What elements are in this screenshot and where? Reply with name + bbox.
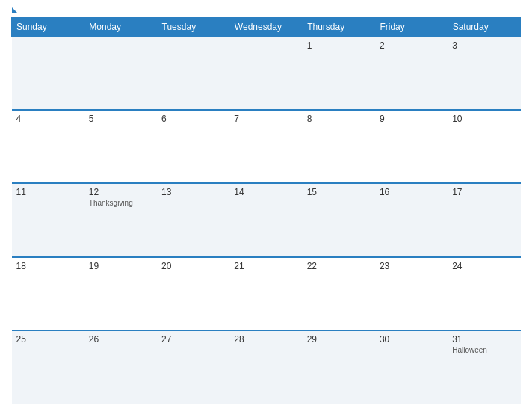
calendar-cell: 5	[84, 110, 157, 183]
calendar-cell: 26	[84, 330, 157, 404]
day-number: 18	[16, 261, 80, 271]
calendar-cell: 15	[303, 183, 375, 256]
day-number: 28	[234, 334, 297, 344]
weekday-friday: Friday	[375, 18, 448, 37]
day-number: 22	[307, 261, 371, 271]
calendar-cell	[84, 37, 157, 110]
weekday-sunday: Sunday	[12, 18, 84, 37]
calendar-cell: 30	[375, 330, 448, 404]
calendar-cell: 22	[303, 257, 375, 330]
calendar-week-4: 18192021222324	[12, 257, 521, 330]
day-number: 7	[234, 114, 297, 124]
calendar-cell: 27	[157, 330, 229, 404]
calendar-cell: 13	[157, 183, 229, 256]
calendar-week-2: 45678910	[12, 110, 521, 183]
calendar-week-5: 25262728293031Halloween	[12, 330, 521, 404]
calendar-page: Sunday Monday Tuesday Wednesday Thursday…	[0, 0, 532, 411]
calendar-cell: 23	[375, 257, 448, 330]
calendar-cell: 1	[303, 37, 375, 110]
weekday-saturday: Saturday	[448, 18, 520, 37]
day-number: 24	[452, 261, 516, 271]
day-number: 19	[89, 261, 152, 271]
calendar-cell: 24	[448, 257, 520, 330]
day-number: 9	[380, 114, 443, 124]
day-number: 31	[452, 334, 516, 344]
day-number: 4	[16, 114, 80, 124]
calendar-cell: 18	[12, 257, 84, 330]
calendar-week-3: 1112Thanksgiving1314151617	[12, 183, 521, 256]
calendar-cell: 8	[303, 110, 375, 183]
weekday-monday: Monday	[84, 18, 157, 37]
calendar-cell: 2	[375, 37, 448, 110]
calendar-cell: 3	[448, 37, 520, 110]
weekday-tuesday: Tuesday	[157, 18, 229, 37]
day-number: 14	[234, 187, 297, 197]
logo-triangle-icon	[12, 7, 17, 13]
day-number: 10	[452, 114, 516, 124]
day-number: 8	[307, 114, 371, 124]
day-number: 21	[234, 261, 297, 271]
calendar-cell: 31Halloween	[448, 330, 520, 404]
day-number: 17	[452, 187, 516, 197]
logo	[11, 7, 17, 13]
event-label: Halloween	[452, 346, 516, 354]
calendar-table: Sunday Monday Tuesday Wednesday Thursday…	[11, 17, 521, 404]
calendar-cell	[157, 37, 229, 110]
calendar-cell: 25	[12, 330, 84, 404]
calendar-cell: 14	[229, 183, 302, 256]
day-number: 25	[16, 334, 80, 344]
calendar-cell: 19	[84, 257, 157, 330]
calendar-cell: 10	[448, 110, 520, 183]
calendar-cell: 21	[229, 257, 302, 330]
event-label: Thanksgiving	[89, 199, 152, 207]
calendar-cell: 11	[12, 183, 84, 256]
weekday-wednesday: Wednesday	[229, 18, 302, 37]
calendar-cell: 7	[229, 110, 302, 183]
day-number: 29	[307, 334, 371, 344]
day-number: 15	[307, 187, 371, 197]
calendar-cell: 6	[157, 110, 229, 183]
weekday-thursday: Thursday	[303, 18, 375, 37]
calendar-cell	[12, 37, 84, 110]
day-number: 11	[16, 187, 80, 197]
calendar-cell: 29	[303, 330, 375, 404]
day-number: 26	[89, 334, 152, 344]
calendar-cell: 28	[229, 330, 302, 404]
day-number: 2	[380, 40, 443, 51]
calendar-cell	[229, 37, 302, 110]
day-number: 20	[161, 261, 225, 271]
calendar-week-1: 123	[12, 37, 521, 110]
calendar-cell: 16	[375, 183, 448, 256]
calendar-cell: 12Thanksgiving	[84, 183, 157, 256]
calendar-cell: 9	[375, 110, 448, 183]
day-number: 16	[380, 187, 443, 197]
day-number: 23	[380, 261, 443, 271]
calendar-cell: 20	[157, 257, 229, 330]
calendar-cell: 17	[448, 183, 520, 256]
day-number: 27	[161, 334, 225, 344]
day-number: 5	[89, 114, 152, 124]
day-number: 13	[161, 187, 225, 197]
day-number: 1	[307, 40, 371, 51]
header	[11, 7, 521, 13]
day-number: 6	[161, 114, 225, 124]
day-number: 12	[89, 187, 152, 197]
calendar-cell: 4	[12, 110, 84, 183]
day-number: 3	[452, 40, 516, 51]
day-number: 30	[380, 334, 443, 344]
